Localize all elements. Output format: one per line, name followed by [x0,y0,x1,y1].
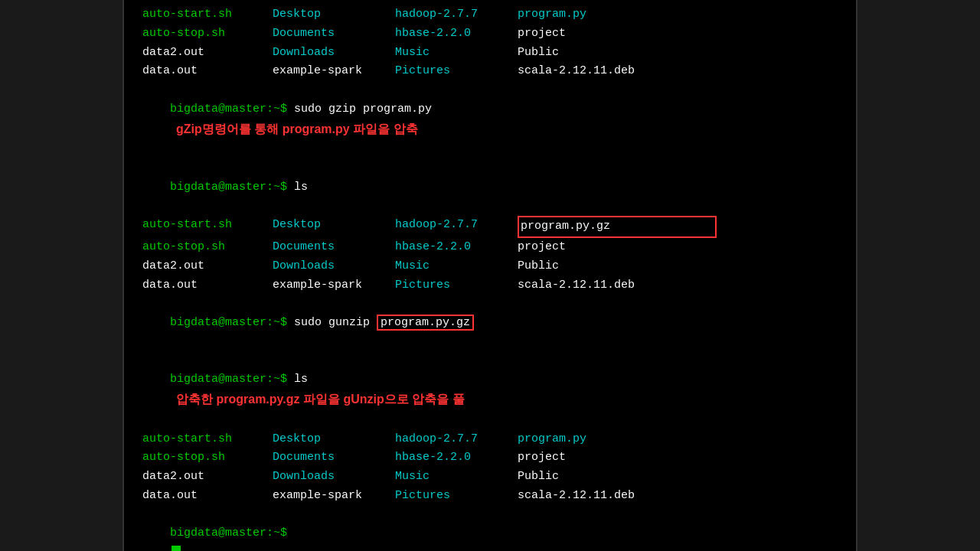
prompt-ls-2: bigdata@master:~$ ls [142,159,838,216]
prompt-ls-3: bigdata@master:~$ ls 압축한 program.py.gz 파… [142,352,838,430]
annotation-gzip: gZip명령어를 통해 program.py 파일을 압축 [176,122,418,135]
cursor-icon [172,546,181,551]
prompt-gzip: bigdata@master:~$ sudo gzip program.py g… [142,81,838,159]
file-list-2: auto-start.shDesktophadoop-2.7.7program.… [142,216,838,295]
terminal-window: bigdata@master:~$ ls auto-start.shDeskto… [122,0,858,551]
prompt-1: bigdata@master:~$ ls [142,0,838,5]
file-list-1: auto-start.shDesktophadoop-2.7.7program.… [142,5,838,81]
final-prompt-line: bigdata@master:~$ 정상적으로 압축이 풀린것을 확인 할 수 … [142,506,838,552]
prompt-gunzip: bigdata@master:~$ sudo gunzip program.py… [142,295,838,351]
annotation-gunzip: 압축한 program.py.gz 파일을 gUnzip으로 압축을 풀 [176,393,465,406]
file-list-3: auto-start.shDesktophadoop-2.7.7program.… [142,430,838,506]
